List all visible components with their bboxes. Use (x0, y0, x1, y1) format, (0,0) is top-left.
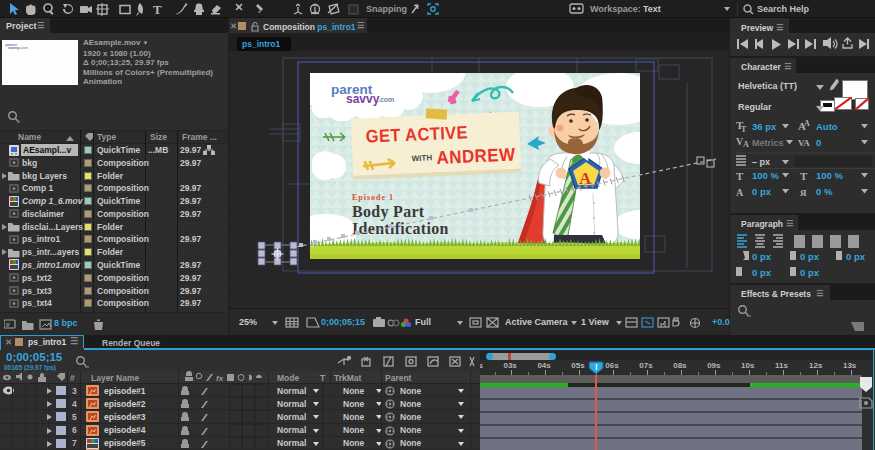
svg-text:36 px: 36 px (752, 121, 777, 132)
svg-text:0 px: 0 px (752, 267, 772, 278)
svg-text:T: T (320, 373, 326, 383)
svg-text:TrkMat: TrkMat (334, 373, 362, 383)
svg-text:0 px: 0 px (752, 251, 772, 262)
svg-text:Metrics: Metrics (752, 138, 784, 148)
svg-text:Auto: Auto (816, 121, 838, 132)
svg-text:T: T (741, 125, 747, 134)
svg-text:T: T (800, 170, 808, 182)
svg-text:A: A (743, 140, 749, 149)
svg-text:#: # (70, 373, 75, 383)
svg-text:0 px: 0 px (846, 251, 866, 262)
svg-text:0 %: 0 % (816, 186, 833, 197)
svg-text:A: A (804, 120, 810, 128)
svg-text:100 %: 100 % (816, 170, 843, 181)
svg-text:Parent: Parent (385, 373, 412, 383)
svg-text:Я: Я (800, 188, 807, 198)
svg-text:T: T (736, 170, 744, 182)
svg-text:VA: VA (798, 138, 810, 148)
svg-text:fx: fx (216, 374, 224, 383)
svg-text:A: A (736, 187, 744, 198)
svg-text:0 px: 0 px (800, 251, 820, 262)
svg-text:– px: – px (752, 157, 770, 167)
svg-text:100 %: 100 % (752, 170, 779, 181)
svg-text:0 px: 0 px (752, 186, 772, 197)
svg-text:Layer Name: Layer Name (91, 373, 139, 383)
svg-text:0: 0 (816, 137, 821, 148)
svg-text:T: T (153, 2, 162, 17)
svg-text:Mode: Mode (277, 373, 299, 383)
svg-text:0 px: 0 px (800, 267, 820, 278)
